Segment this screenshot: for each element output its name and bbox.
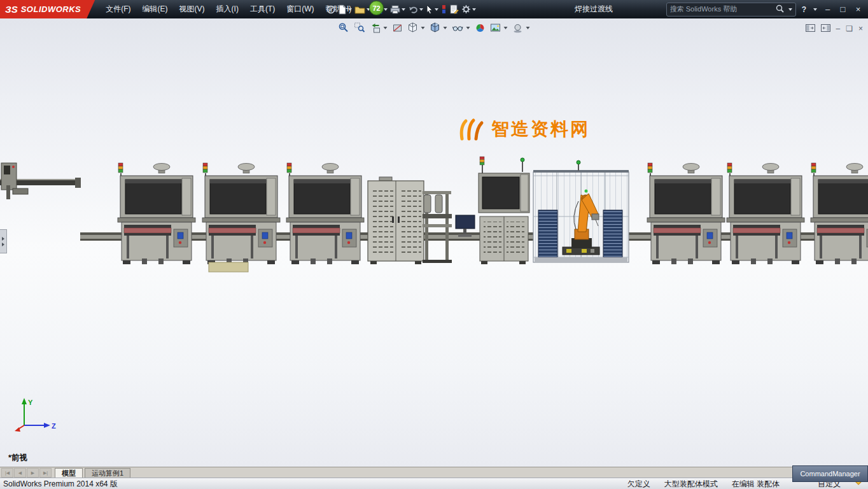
press-machine-2[interactable]	[202, 163, 280, 264]
zoom-to-area-icon[interactable]	[353, 21, 367, 34]
tab-nav-next-button[interactable]: ▶	[27, 468, 39, 478]
menu-file[interactable]: 文件(F)	[100, 0, 136, 18]
titlebar-right: 搜索 SolidWorks 帮助 ? – □ ×	[666, 0, 863, 18]
solidworks-resources-icon[interactable]	[326, 4, 336, 15]
dropdown-chevron[interactable]	[348, 8, 352, 11]
main-toolbar: 72	[326, 0, 477, 18]
press-machine-1[interactable]	[118, 163, 195, 264]
solidworks-logo: ЗS SOLIDWORKS	[0, 0, 95, 18]
dropdown-chevron[interactable]	[384, 8, 388, 11]
watermark: 智造资料网	[456, 117, 590, 141]
press-machine-3[interactable]	[286, 163, 364, 264]
logo-mark: ЗS	[5, 4, 18, 15]
menu-tools[interactable]: 工具(T)	[244, 0, 281, 18]
window-minimize-button[interactable]: –	[823, 0, 832, 18]
definition-status: 欠定义	[627, 479, 650, 489]
undo-icon[interactable]	[407, 4, 424, 15]
search-dropdown-chevron[interactable]	[788, 8, 792, 11]
tab-nav-last-button[interactable]: ▶|	[39, 468, 52, 478]
fixture-stand[interactable]	[423, 191, 452, 263]
tab-model[interactable]: 模型	[55, 468, 83, 478]
window-close-button[interactable]: ×	[853, 0, 863, 18]
press-machine-5[interactable]	[727, 163, 804, 264]
dropdown-chevron[interactable]	[472, 8, 476, 11]
view-orientation-label: *前视	[8, 453, 27, 464]
minimize-document-icon[interactable]: –	[836, 24, 841, 33]
dropdown-chevron[interactable]	[526, 27, 530, 29]
menu-insert[interactable]: 插入(I)	[211, 0, 244, 18]
dropdown-chevron[interactable]	[435, 8, 438, 11]
logo-text: SOLIDWORKS	[21, 4, 81, 14]
help-search-box[interactable]: 搜索 SolidWorks 帮助	[666, 3, 796, 17]
previous-view-icon[interactable]	[369, 22, 389, 34]
document-title: 焊接过渡线	[575, 0, 613, 18]
control-cabinet[interactable]	[479, 157, 529, 264]
dropdown-chevron[interactable]	[466, 27, 470, 29]
expand-arrow-icon	[2, 243, 4, 246]
selection-filter-icon[interactable]	[440, 3, 448, 15]
solidworks-window: ЗS SOLIDWORKS 文件(F) 编辑(E) 视图(V) 插入(I) 工具…	[0, 0, 868, 489]
collapse-display-pane-icon[interactable]	[821, 23, 830, 34]
pallet-stack-left[interactable]	[538, 210, 557, 257]
robot-welding-cell[interactable]	[533, 160, 629, 262]
model-tab-bar: |◀ ◀ ▶ ▶| 模型 运动算例1	[0, 467, 868, 478]
tab-nav-first-button[interactable]: |◀	[1, 468, 13, 478]
dropdown-chevron[interactable]	[419, 8, 423, 11]
help-button[interactable]: ?	[802, 5, 806, 14]
floor-mat[interactable]	[209, 262, 248, 272]
collapse-feature-pane-icon[interactable]	[806, 23, 815, 34]
view-settings-icon[interactable]	[512, 22, 531, 34]
dropdown-chevron[interactable]	[504, 27, 508, 29]
dropdown-chevron[interactable]	[444, 27, 447, 29]
triad-y-label: Y	[28, 399, 33, 406]
apply-scene-icon[interactable]	[489, 22, 509, 34]
menu-edit[interactable]: 编辑(E)	[137, 0, 174, 18]
open-badge: 72	[369, 1, 384, 15]
hide-show-items-icon[interactable]	[451, 22, 472, 34]
help-dropdown-chevron[interactable]	[813, 8, 817, 11]
close-document-icon[interactable]: ×	[858, 24, 863, 33]
print-icon[interactable]	[389, 4, 406, 15]
edit-appearance-icon[interactable]	[474, 22, 487, 34]
section-view-icon[interactable]	[391, 22, 404, 34]
tab-motion-study[interactable]: 运动算例1	[85, 468, 130, 478]
dropdown-chevron[interactable]	[384, 27, 388, 29]
press-machine-6[interactable]	[811, 163, 868, 264]
restore-document-icon[interactable]: ❏	[846, 24, 853, 33]
select-icon[interactable]	[425, 3, 439, 15]
watermark-text: 智造资料网	[491, 117, 590, 141]
window-maximize-button[interactable]: □	[838, 0, 848, 18]
command-manager-label[interactable]: CommandManager	[792, 465, 868, 482]
document-window-controls: – ❏ ×	[806, 23, 863, 34]
assembly-scene[interactable]	[0, 0, 868, 489]
open-document-icon[interactable]	[354, 4, 371, 15]
editing-status: 在编辑 装配体	[732, 479, 780, 489]
press-machine-4[interactable]	[647, 163, 725, 264]
zoom-to-fit-icon[interactable]	[337, 21, 351, 34]
search-placeholder: 搜索 SolidWorks 帮助	[670, 4, 773, 14]
menu-view[interactable]: 视图(V)	[174, 0, 211, 18]
tab-navigation: |◀ ◀ ▶ ▶|	[0, 468, 53, 478]
dropdown-chevron[interactable]	[402, 8, 405, 11]
view-orientation-icon[interactable]	[407, 21, 426, 34]
orientation-triad: Y Z	[14, 397, 60, 438]
display-style-icon[interactable]	[429, 21, 449, 34]
expand-arrow-icon	[2, 237, 4, 241]
electrical-cabinet[interactable]	[368, 177, 424, 264]
status-bar: SolidWorks Premium 2014 x64 版 欠定义 大型装配体模…	[0, 478, 868, 489]
assembly-mode-status: 大型装配体模式	[664, 479, 718, 489]
tab-nav-prev-button[interactable]: ◀	[14, 468, 26, 478]
pallet-stack-right[interactable]	[603, 210, 622, 257]
search-icon[interactable]	[776, 4, 784, 15]
file-properties-icon[interactable]	[449, 3, 459, 15]
feature-pane-expand-tab[interactable]	[0, 229, 7, 253]
menu-window[interactable]: 窗口(W)	[281, 0, 319, 18]
new-document-icon[interactable]	[337, 3, 353, 16]
watermark-logo	[456, 117, 485, 141]
gantry-loader[interactable]	[0, 163, 81, 199]
menu-bar: 文件(F) 编辑(E) 视图(V) 插入(I) 工具(T) 窗口(W) 帮助(H…	[100, 0, 357, 18]
dropdown-chevron[interactable]	[421, 27, 425, 29]
options-icon[interactable]	[461, 3, 477, 15]
heads-up-view-toolbar	[337, 21, 531, 34]
titlebar: ЗS SOLIDWORKS 文件(F) 编辑(E) 视图(V) 插入(I) 工具…	[0, 0, 868, 18]
